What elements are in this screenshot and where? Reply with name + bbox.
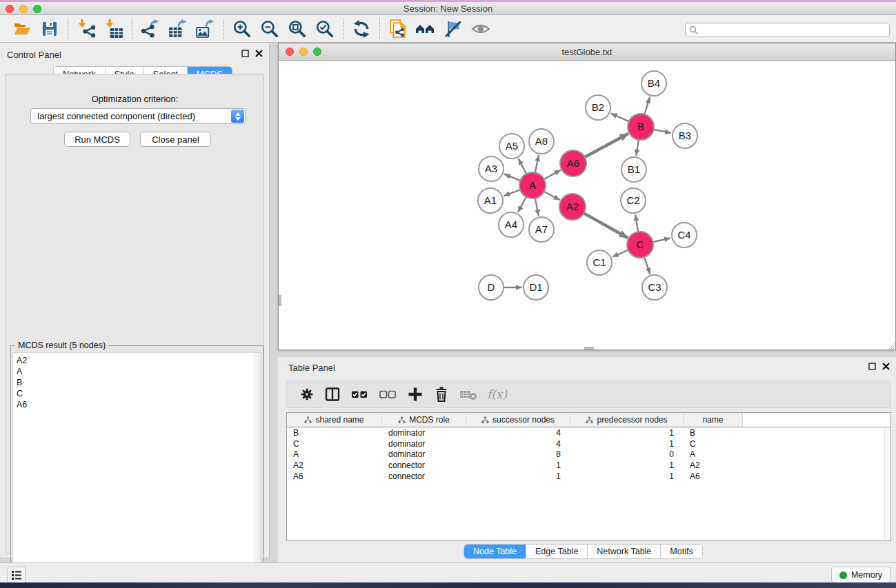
graph-node-B3[interactable]: B3 [673, 123, 697, 148]
table-scrollbar[interactable] [884, 428, 890, 540]
table-row[interactable]: Bdominator41B [287, 427, 890, 438]
graph-edge-A-A3[interactable] [504, 174, 521, 181]
export-table-button[interactable] [164, 17, 192, 41]
zoom-window-button[interactable] [33, 5, 41, 13]
graph-node-A1[interactable]: A1 [478, 188, 503, 213]
table-cell[interactable]: 4 [466, 428, 570, 438]
result-item[interactable]: B [17, 377, 261, 388]
table-cell[interactable]: 8 [466, 449, 570, 459]
minimize-window-button[interactable] [19, 5, 28, 13]
table-cell[interactable]: dominator [382, 439, 466, 449]
tab-motifs[interactable]: Motifs [661, 545, 701, 558]
graph-edge-A-A7[interactable] [535, 198, 539, 216]
graph-edge-A-A8[interactable] [535, 155, 539, 173]
graph-edge-B-B3[interactable] [653, 130, 671, 133]
column-header[interactable]: MCDS role [382, 413, 466, 427]
table-row[interactable]: A2connector11A2 [287, 460, 890, 471]
table-cell[interactable]: A [684, 449, 743, 459]
import-table-button[interactable] [100, 17, 128, 41]
window-controls[interactable] [6, 5, 41, 13]
graph-node-C2[interactable]: C2 [621, 188, 646, 213]
table-row[interactable]: Cdominator41C [287, 438, 890, 449]
graph-node-C[interactable]: C [627, 232, 653, 258]
criterion-dropdown[interactable]: largest connected component (directed) [30, 108, 246, 124]
table-cell[interactable]: C [684, 439, 743, 449]
network-horizontal-scrollthumb[interactable] [584, 347, 594, 349]
import-network-button[interactable] [72, 17, 100, 41]
table-cell[interactable]: 1 [466, 472, 570, 481]
mcds-result-list[interactable]: A2ABCA6 [12, 352, 261, 581]
graph-node-A4[interactable]: A4 [499, 212, 524, 237]
result-item[interactable]: A6 [17, 399, 261, 410]
export-image-button[interactable] [192, 17, 219, 41]
zoom-in-button[interactable] [228, 17, 256, 41]
table-cell[interactable]: B [287, 428, 382, 438]
graph-node-B2[interactable]: B2 [586, 95, 610, 120]
search-input[interactable] [685, 23, 890, 37]
float-panel-icon[interactable] [868, 363, 876, 370]
table-cell[interactable]: A6 [287, 472, 382, 481]
export-network-button[interactable] [137, 17, 164, 41]
table-row[interactable]: Adominator80A [287, 449, 890, 460]
first-neighbors-button[interactable] [412, 17, 439, 41]
table-settings-gear-icon[interactable] [299, 386, 315, 403]
resize-grip-icon[interactable] [887, 341, 895, 349]
node-table[interactable]: shared nameMCDS rolesuccessor nodesprede… [286, 412, 891, 541]
network-zoom-button[interactable] [313, 48, 321, 56]
table-row[interactable]: A6connector11A6 [287, 471, 890, 482]
select-all-columns-icon[interactable] [350, 386, 369, 403]
create-column-plus-icon[interactable] [407, 386, 424, 403]
table-cell[interactable]: 0 [570, 449, 684, 459]
graph-node-D1[interactable]: D1 [524, 275, 548, 300]
refresh-button[interactable] [348, 17, 375, 41]
column-header[interactable]: name [684, 413, 743, 427]
graph-edge-B-B1[interactable] [636, 139, 639, 155]
graph-edge-B-B4[interactable] [644, 97, 650, 115]
network-close-button[interactable] [286, 48, 294, 56]
graph-node-A7[interactable]: A7 [529, 217, 554, 242]
column-header[interactable]: predecessor nodes [570, 413, 684, 427]
network-minimize-button[interactable] [299, 48, 308, 56]
table-cell[interactable]: B [684, 428, 743, 438]
close-panel-icon[interactable] [255, 50, 263, 57]
search-field[interactable] [685, 23, 890, 37]
table-cell[interactable]: C [287, 439, 382, 449]
tab-node-table[interactable]: Node Table [464, 545, 526, 558]
graph-edge-A6-B[interactable] [584, 134, 628, 157]
result-item[interactable]: C [17, 388, 261, 399]
table-cell[interactable]: A2 [684, 460, 743, 470]
graph-node-C4[interactable]: C4 [672, 223, 697, 247]
tab-edge-table[interactable]: Edge Table [526, 545, 588, 558]
save-session-button[interactable] [36, 17, 63, 41]
graph-node-B1[interactable]: B1 [621, 157, 646, 182]
close-panel-icon[interactable] [882, 363, 890, 370]
hide-graphics-details-button[interactable] [439, 17, 467, 41]
network-graph[interactable]: AA1A2A3A4A5A6A7A8BB1B2B3B4CC1C2C3C4DD1 [279, 61, 895, 349]
delete-column-trash-icon[interactable] [433, 386, 450, 403]
result-item[interactable]: A2 [17, 355, 261, 366]
table-cell[interactable]: A [287, 449, 382, 459]
table-cell[interactable]: 1 [570, 439, 684, 449]
table-cell[interactable]: dominator [382, 449, 466, 459]
zoom-fit-button[interactable] [283, 17, 311, 41]
unselect-all-columns-icon[interactable] [379, 386, 397, 403]
task-history-button[interactable] [7, 567, 26, 583]
delete-table-icon[interactable] [459, 386, 477, 403]
graph-node-C3[interactable]: C3 [642, 275, 667, 300]
table-cell[interactable]: 1 [466, 460, 570, 470]
graph-node-A6[interactable]: A6 [560, 150, 586, 176]
column-header[interactable]: successor nodes [466, 413, 570, 427]
run-mcds-button[interactable]: Run MCDS [64, 132, 130, 147]
graph-node-B[interactable]: B [628, 114, 654, 140]
graph-edge-C-C4[interactable] [653, 238, 670, 242]
result-item[interactable]: A [17, 366, 261, 377]
table-cell[interactable]: 1 [570, 460, 684, 470]
network-window-titlebar[interactable]: testGlobe.txt [279, 43, 895, 61]
tab-network-table[interactable]: Network Table [588, 545, 661, 558]
network-vertical-scrollthumb[interactable] [279, 295, 281, 306]
table-cell[interactable]: 1 [570, 472, 684, 481]
table-cell[interactable]: dominator [382, 428, 466, 438]
show-hide-panel-button[interactable] [467, 17, 495, 41]
graph-edge-A-A1[interactable] [504, 190, 520, 196]
table-cell[interactable]: A2 [287, 460, 382, 470]
